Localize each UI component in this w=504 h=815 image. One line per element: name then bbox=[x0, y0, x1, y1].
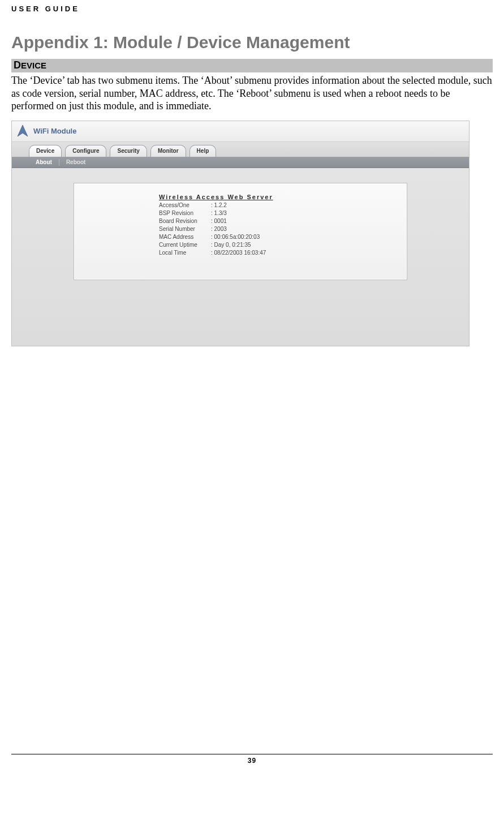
info-label: BSP Revision bbox=[159, 210, 211, 216]
info-value: 08/22/2003 16:03:47 bbox=[214, 250, 266, 256]
titlebar: WiFi Module bbox=[12, 121, 469, 142]
tab-help[interactable]: Help bbox=[189, 145, 217, 157]
info-label: Access/One bbox=[159, 202, 211, 208]
info-row: Local Time: 08/22/2003 16:03:47 bbox=[159, 250, 407, 258]
app-logo-icon bbox=[15, 124, 30, 139]
info-row: Serial Number: 2003 bbox=[159, 226, 407, 234]
secondary-tabs: About Reboot bbox=[12, 157, 469, 168]
info-label: Local Time bbox=[159, 250, 211, 256]
info-value: 0001 bbox=[214, 218, 227, 224]
info-row: BSP Revision: 1.3/3 bbox=[159, 210, 407, 218]
content-area: Wireless Access Web Server Access/One: 1… bbox=[12, 168, 469, 346]
info-row: Current Uptime: Day 0, 0:21:35 bbox=[159, 242, 407, 250]
subtab-about[interactable]: About bbox=[29, 159, 59, 165]
tab-configure[interactable]: Configure bbox=[65, 145, 106, 157]
info-value: 00:06:5a:00:20:03 bbox=[214, 234, 260, 240]
embedded-screenshot: WiFi Module Device Configure Security Mo… bbox=[11, 121, 469, 346]
info-value: 2003 bbox=[214, 226, 227, 232]
info-value: 1.2.2 bbox=[214, 202, 227, 208]
info-value: 1.3/3 bbox=[214, 210, 227, 216]
subtab-divider bbox=[59, 159, 59, 166]
section-heading: DEVICE bbox=[11, 59, 493, 72]
section-heading-initial: D bbox=[14, 59, 21, 71]
info-value: Day 0, 0:21:35 bbox=[214, 242, 251, 248]
info-label: Current Uptime bbox=[159, 242, 211, 248]
info-label: Serial Number bbox=[159, 226, 211, 232]
page-footer: 39 bbox=[11, 754, 493, 765]
appendix-title: Appendix 1: Module / Device Management bbox=[11, 33, 493, 52]
info-row: Board Revision: 0001 bbox=[159, 218, 407, 226]
panel-title: Wireless Access Web Server bbox=[159, 194, 407, 200]
section-paragraph: The ‘Device’ tab has two submenu items. … bbox=[11, 74, 493, 113]
primary-tabs: Device Configure Security Monitor Help bbox=[12, 142, 469, 157]
info-row: Access/One: 1.2.2 bbox=[159, 202, 407, 210]
page-number: 39 bbox=[248, 757, 256, 765]
info-label: Board Revision bbox=[159, 218, 211, 224]
section-heading-rest: EVICE bbox=[21, 61, 46, 70]
doc-header: USER GUIDE bbox=[11, 5, 493, 13]
info-row: MAC Address: 00:06:5a:00:20:03 bbox=[159, 234, 407, 242]
module-title: WiFi Module bbox=[33, 127, 76, 135]
tab-security[interactable]: Security bbox=[110, 145, 147, 157]
tab-monitor[interactable]: Monitor bbox=[150, 145, 186, 157]
info-panel: Wireless Access Web Server Access/One: 1… bbox=[74, 183, 407, 280]
subtab-reboot[interactable]: Reboot bbox=[59, 159, 92, 165]
tab-device[interactable]: Device bbox=[29, 145, 62, 157]
info-label: MAC Address bbox=[159, 234, 211, 240]
